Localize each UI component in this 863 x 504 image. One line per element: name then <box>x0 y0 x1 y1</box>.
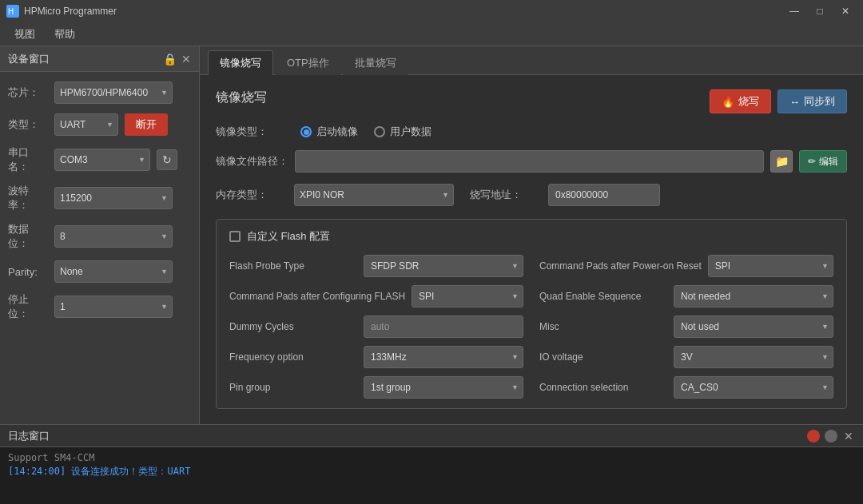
maximize-button[interactable]: □ <box>809 3 831 19</box>
minimize-button[interactable]: — <box>783 3 805 19</box>
left-panel: 设备窗口 🔒 ✕ 芯片： HPM6700/HPM6400 类型： <box>0 46 200 424</box>
memory-type-label: 内存类型： <box>216 188 288 202</box>
parity-select[interactable]: None <box>54 260 173 283</box>
panel-close-icon[interactable]: ✕ <box>181 53 191 65</box>
databits-select[interactable]: 8 <box>54 225 173 248</box>
pin-group-select[interactable]: 1st group 2nd group <box>364 376 523 399</box>
databits-label: 数据位： <box>8 222 48 251</box>
flash-config-checkbox[interactable] <box>229 231 241 242</box>
lock-icon[interactable]: 🔒 <box>163 53 177 65</box>
baudrate-label: 波特率： <box>8 184 48 212</box>
menu-help[interactable]: 帮助 <box>46 24 83 45</box>
right-panel: 镜像烧写 OTP操作 批量烧写 镜像烧写 🔥 烧写 ↔ 同步到 镜像类型： <box>200 46 863 424</box>
radio-user-data[interactable]: 用户数据 <box>374 125 432 139</box>
sync-icon: ↔ <box>789 96 800 108</box>
misc-select[interactable]: Not used DDR mode <box>674 315 833 338</box>
app-title: HPMicro Programmer <box>24 6 117 17</box>
stopbits-select[interactable]: 1 <box>54 296 173 318</box>
log-title: 日志窗口 <box>8 429 50 443</box>
databits-row: 数据位： 8 <box>8 222 191 251</box>
log-icons: ✕ <box>807 430 855 442</box>
file-path-input[interactable] <box>295 150 764 173</box>
io-voltage-select[interactable]: 3V 1.8V <box>674 346 833 368</box>
app-icon: H <box>6 5 19 18</box>
content-toolbar: 镜像烧写 🔥 烧写 ↔ 同步到 <box>216 89 847 113</box>
cmd-pads-config-row: Command Pads after Configuring FLASH SPI… <box>229 285 523 308</box>
dummy-cycles-input[interactable] <box>364 315 523 338</box>
radio-boot-label: 启动镜像 <box>316 125 358 139</box>
pin-group-label: Pin group <box>229 382 357 393</box>
frequency-option-select[interactable]: 133MHz 166MHz 200MHz <box>364 346 523 368</box>
burn-button[interactable]: 🔥 烧写 <box>710 89 771 113</box>
type-select-wrapper: UART <box>54 113 118 136</box>
refresh-button[interactable]: ↻ <box>157 149 177 170</box>
frequency-option-row: Frequency option 133MHz 166MHz 200MHz <box>229 346 523 368</box>
io-voltage-select-wrapper: 3V 1.8V <box>674 346 833 368</box>
radio-user-circle <box>374 126 385 137</box>
log-line-1: Support SM4-CCM <box>8 452 855 463</box>
memory-type-row: 内存类型： XPI0 NOR 烧写地址： <box>216 184 847 206</box>
memory-type-field: 内存类型： XPI0 NOR <box>216 184 454 206</box>
io-voltage-row: IO voltage 3V 1.8V <box>539 346 833 368</box>
image-type-radio-group: 启动镜像 用户数据 <box>300 125 432 139</box>
edit-label: 编辑 <box>819 155 838 169</box>
parity-row: Parity: None <box>8 260 191 283</box>
flash-config-header: 自定义 Flash 配置 <box>229 229 833 244</box>
port-label: 串口名： <box>8 145 48 174</box>
cmd-pads-config-select[interactable]: SPI DPI QPI <box>412 285 523 308</box>
port-row: 串口名： COM3 ↻ <box>8 145 191 174</box>
stopbits-label: 停止位： <box>8 292 48 321</box>
flash-probe-type-select[interactable]: SFDP SDR SFDP DDR 1-bit SDR <box>364 255 523 277</box>
sync-button[interactable]: ↔ 同步到 <box>777 89 847 113</box>
section-title: 镜像烧写 <box>216 89 703 113</box>
type-select[interactable]: UART <box>54 113 118 136</box>
cmd-pads-power-on-select-wrapper: SPI DPI QPI <box>708 255 833 277</box>
misc-select-wrapper: Not used DDR mode <box>674 315 833 338</box>
left-form: 芯片： HPM6700/HPM6400 类型： UART 断开 <box>0 72 199 331</box>
radio-boot-circle <box>300 126 312 137</box>
databits-select-wrapper: 8 <box>54 225 173 248</box>
cmd-pads-power-on-label: Command Pads after Power-on Reset <box>539 260 702 272</box>
file-path-label: 镜像文件路径： <box>216 154 288 169</box>
title-bar-left: H HPMicro Programmer <box>6 5 117 18</box>
log-save-button[interactable] <box>825 430 837 442</box>
quad-enable-select[interactable]: Not needed Set QE bit <box>674 285 833 308</box>
burn-addr-input[interactable] <box>548 184 660 206</box>
fire-icon: 🔥 <box>722 96 734 108</box>
left-panel-header: 设备窗口 🔒 ✕ <box>0 46 199 72</box>
left-panel-title: 设备窗口 <box>8 52 50 66</box>
burn-label: 烧写 <box>738 94 759 109</box>
port-select[interactable]: COM3 <box>54 149 150 171</box>
baudrate-row: 波特率： 115200 <box>8 184 191 212</box>
misc-row: Misc Not used DDR mode <box>539 315 833 338</box>
log-record-button[interactable] <box>807 430 820 442</box>
port-select-wrapper: COM3 <box>54 149 150 171</box>
edit-button[interactable]: ✏ 编辑 <box>799 150 847 173</box>
close-button[interactable]: ✕ <box>834 3 857 19</box>
cmd-pads-config-select-wrapper: SPI DPI QPI <box>412 285 523 308</box>
connection-selection-select[interactable]: CA_CS0 CA_CS1 CB_CS0 <box>674 376 833 399</box>
dummy-cycles-row: Dummy Cycles <box>229 315 523 338</box>
dummy-cycles-label: Dummy Cycles <box>229 321 357 332</box>
log-close-button[interactable]: ✕ <box>842 430 855 442</box>
tab-batch[interactable]: 批量烧写 <box>343 50 408 75</box>
svg-text:H: H <box>8 7 14 16</box>
tab-flash[interactable]: 镜像烧写 <box>208 50 273 75</box>
menu-view[interactable]: 视图 <box>6 24 43 45</box>
tab-otp[interactable]: OTP操作 <box>275 50 341 75</box>
image-type-label: 镜像类型： <box>216 125 288 139</box>
chip-select[interactable]: HPM6700/HPM6400 <box>54 81 173 104</box>
flash-probe-type-select-wrapper: SFDP SDR SFDP DDR 1-bit SDR <box>364 255 523 277</box>
log-content: Support SM4-CCM [14:24:00] 设备连接成功！类型：UAR… <box>0 447 863 504</box>
tab-bar: 镜像烧写 OTP操作 批量烧写 <box>200 46 863 75</box>
type-label: 类型： <box>8 117 48 132</box>
cmd-pads-config-label: Command Pads after Configuring FLASH <box>229 291 405 302</box>
radio-boot-image[interactable]: 启动镜像 <box>300 125 358 139</box>
panel-icons: 🔒 ✕ <box>163 53 191 65</box>
title-bar: H HPMicro Programmer — □ ✕ <box>0 0 863 22</box>
folder-button[interactable]: 📁 <box>770 150 793 173</box>
disconnect-button[interactable]: 断开 <box>125 113 168 136</box>
baudrate-select[interactable]: 115200 <box>54 187 173 209</box>
memory-type-select[interactable]: XPI0 NOR <box>294 184 454 206</box>
cmd-pads-power-on-select[interactable]: SPI DPI QPI <box>708 255 833 277</box>
